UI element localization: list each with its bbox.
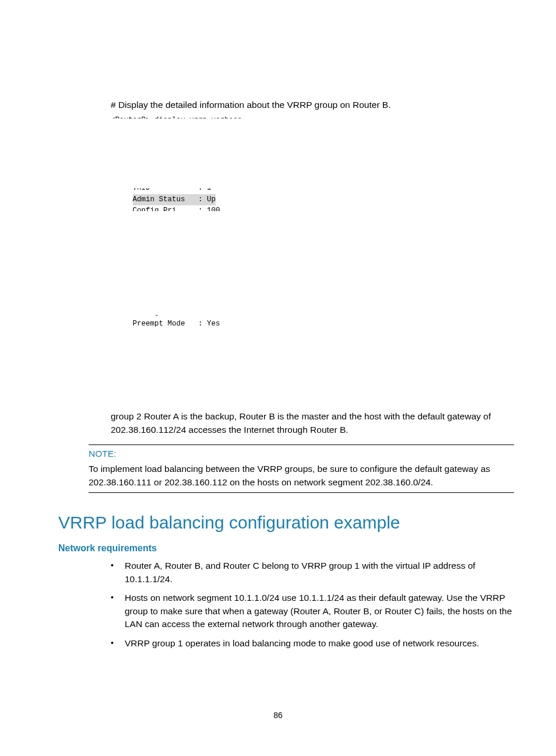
note-body: To implement load balancing between the … xyxy=(89,463,514,493)
cli-output-wrap: <RouterB> display vrrp verbose IPv4 Stan… xyxy=(58,115,513,375)
list-item: VRRP group 1 operates in load balancing … xyxy=(121,637,513,650)
page-number: 86 xyxy=(0,710,556,720)
list-item: Router A, Router B, and Router C belong … xyxy=(121,559,513,586)
note-label: NOTE: xyxy=(89,449,513,459)
section-heading: VRRP load balancing configuration exampl… xyxy=(58,513,513,533)
requirements-list: Router A, Router B, and Router C belong … xyxy=(111,559,513,650)
subsection-heading: Network requirements xyxy=(58,543,513,554)
note-top-rule xyxy=(89,444,514,445)
document-page: # Display the detailed information about… xyxy=(0,0,556,756)
intro-text: # Display the detailed information about… xyxy=(111,99,513,111)
list-item: Hosts on network segment 10.1.1.0/24 use… xyxy=(121,592,513,631)
